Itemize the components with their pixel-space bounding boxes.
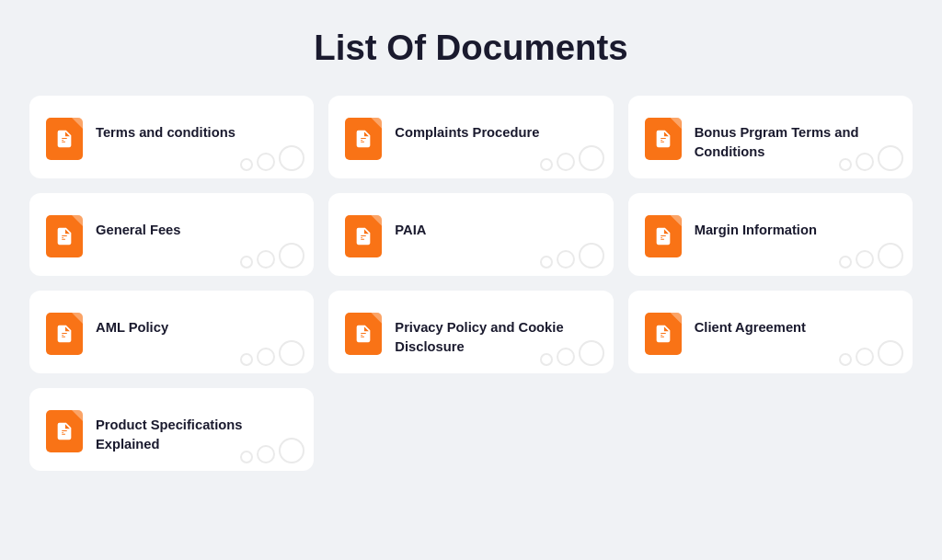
circle-small (240, 256, 253, 269)
doc-label-aml: AML Policy (96, 311, 297, 337)
circle-medium (257, 445, 275, 463)
pdf-icon (645, 313, 682, 355)
doc-label-terms: Terms and conditions (96, 116, 297, 143)
circles-decoration (240, 340, 304, 366)
pdf-icon (46, 215, 83, 257)
doc-card-bonus[interactable]: Bonus Prgram Terms and Conditions (628, 96, 913, 178)
circle-large (878, 145, 903, 171)
pdf-icon (46, 313, 83, 355)
doc-label-general-fees: General Fees (96, 213, 297, 240)
doc-card-general-fees[interactable]: General Fees (29, 193, 314, 276)
circle-large (279, 243, 304, 269)
pdf-symbol-icon (54, 226, 75, 246)
circles-decoration (839, 145, 903, 171)
circle-medium (856, 348, 874, 366)
pdf-symbol-icon (54, 421, 75, 441)
pdf-symbol-icon (653, 129, 673, 149)
doc-card-complaints[interactable]: Complaints Procedure (328, 96, 613, 178)
row-1: Terms and conditions Complaints Procedur… (29, 96, 913, 178)
circle-medium (557, 348, 575, 366)
pdf-symbol-icon (653, 226, 673, 246)
circle-large (579, 340, 604, 366)
pdf-icon (345, 215, 382, 257)
circle-small (240, 353, 253, 366)
pdf-symbol-icon (54, 324, 75, 344)
circle-large (279, 438, 304, 463)
circle-large (579, 145, 604, 171)
circle-small (839, 353, 852, 366)
circle-medium (257, 348, 275, 366)
doc-card-client[interactable]: Client Agreement (628, 291, 913, 373)
doc-label-paia: PAIA (395, 213, 596, 240)
circle-medium (257, 153, 275, 171)
circle-medium (257, 250, 275, 269)
empty-slot-2 (628, 388, 913, 471)
row-4: Product Specifications Explained (29, 388, 913, 471)
doc-card-product[interactable]: Product Specifications Explained (29, 388, 314, 471)
circle-large (878, 340, 903, 366)
circle-small (540, 158, 553, 171)
doc-card-margin[interactable]: Margin Information (628, 193, 913, 276)
circle-medium (856, 153, 874, 171)
circle-small (240, 158, 253, 171)
circle-large (279, 145, 304, 171)
circle-large (279, 340, 304, 366)
circle-large (579, 243, 604, 269)
pdf-icon (645, 215, 682, 257)
circles-decoration (540, 340, 604, 366)
circles-decoration (839, 340, 903, 366)
pdf-icon (46, 118, 83, 160)
doc-card-paia[interactable]: PAIA (328, 193, 613, 276)
pdf-symbol-icon (353, 226, 373, 246)
pdf-icon (645, 118, 682, 160)
row-3: AML Policy Privacy Policy and Cookie Dis… (29, 291, 913, 373)
circle-large (878, 243, 903, 269)
circle-small (839, 256, 852, 269)
circle-small (540, 353, 553, 366)
circles-decoration (839, 243, 903, 269)
pdf-symbol-icon (653, 324, 673, 344)
pdf-symbol-icon (353, 324, 373, 344)
circles-decoration (240, 145, 304, 171)
circles-decoration (240, 438, 304, 463)
circle-medium (557, 153, 575, 171)
circle-small (240, 451, 253, 463)
doc-card-aml[interactable]: AML Policy (29, 291, 314, 373)
doc-card-privacy[interactable]: Privacy Policy and Cookie Disclosure (328, 291, 613, 373)
circles-decoration (240, 243, 304, 269)
doc-label-client: Client Agreement (695, 311, 896, 337)
doc-label-margin: Margin Information (695, 213, 896, 240)
pdf-symbol-icon (54, 129, 75, 149)
circle-medium (557, 250, 575, 269)
doc-label-complaints: Complaints Procedure (395, 116, 596, 143)
circle-small (839, 158, 852, 171)
row-2: General Fees PAIA Margin Information (29, 193, 913, 276)
documents-grid: Terms and conditions Complaints Procedur… (29, 96, 913, 471)
circle-small (540, 256, 553, 269)
pdf-icon (345, 118, 382, 160)
pdf-icon (46, 410, 83, 452)
circles-decoration (540, 243, 604, 269)
pdf-icon (345, 313, 382, 355)
empty-slot-1 (328, 388, 613, 471)
circles-decoration (540, 145, 604, 171)
pdf-symbol-icon (353, 129, 373, 149)
page-title: List Of Documents (314, 28, 627, 68)
circle-medium (856, 250, 874, 269)
doc-card-terms[interactable]: Terms and conditions (29, 96, 314, 178)
